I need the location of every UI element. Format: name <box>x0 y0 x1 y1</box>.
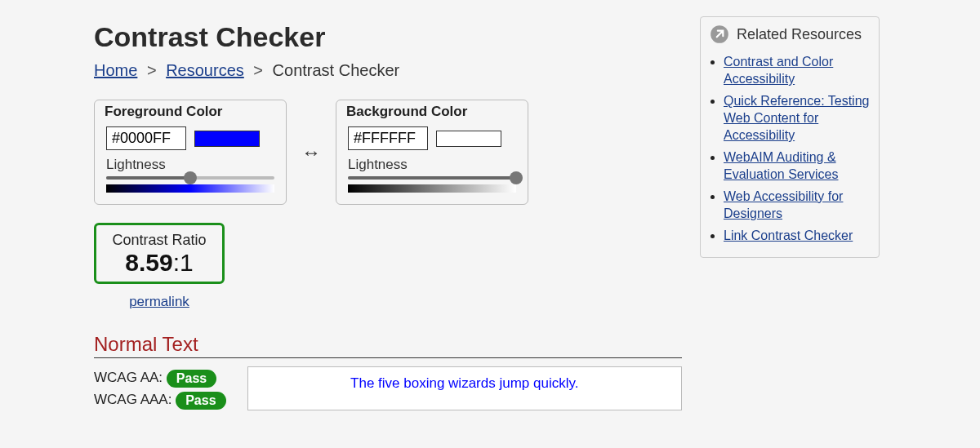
foreground-panel: Foreground Color Lightness <box>94 100 287 205</box>
background-swatch[interactable] <box>436 131 501 147</box>
swap-colors-button[interactable]: ↔ <box>301 141 321 164</box>
background-lightness-slider[interactable] <box>348 176 516 180</box>
foreground-lightness-label: Lightness <box>106 157 274 173</box>
wcag-aaa-badge: Pass <box>176 392 225 410</box>
breadcrumb-sep: > <box>253 61 263 79</box>
related-resources-panel: Related Resources Contrast and Color Acc… <box>700 16 880 258</box>
related-link[interactable]: Quick Reference: Testing Web Content for… <box>724 94 869 142</box>
contrast-ratio-box: Contrast Ratio 8.59:1 <box>94 223 225 284</box>
normal-text-sample[interactable]: The five boxing wizards jump quickly. <box>247 366 682 410</box>
background-hex-input[interactable] <box>348 126 428 150</box>
breadcrumb-home[interactable]: Home <box>94 61 137 79</box>
normal-text-heading: Normal Text <box>94 333 682 358</box>
foreground-hue-gradient[interactable] <box>106 184 274 193</box>
foreground-title: Foreground Color <box>105 104 274 120</box>
permalink-link[interactable]: permalink <box>129 294 189 310</box>
related-link[interactable]: WebAIM Auditing & Evaluation Services <box>724 150 839 181</box>
contrast-ratio-label: Contrast Ratio <box>106 232 212 249</box>
background-title: Background Color <box>346 104 516 120</box>
wcag-aa-badge: Pass <box>167 370 216 388</box>
link-icon <box>709 24 730 45</box>
background-panel: Background Color Lightness <box>336 100 528 205</box>
related-link[interactable]: Web Accessibility for Designers <box>724 189 843 220</box>
breadcrumb: Home > Resources > Contrast Checker <box>94 61 682 80</box>
wcag-aaa-label: WCAG AAA: <box>94 392 172 407</box>
related-link[interactable]: Contrast and Color Accessibility <box>724 55 833 86</box>
list-item: Web Accessibility for Designers <box>724 188 871 222</box>
breadcrumb-current: Contrast Checker <box>273 61 400 79</box>
wcag-aa-label: WCAG AA: <box>94 370 163 385</box>
page-title: Contrast Checker <box>94 21 682 53</box>
foreground-hex-input[interactable] <box>106 126 186 150</box>
foreground-swatch[interactable] <box>194 131 260 147</box>
list-item: WebAIM Auditing & Evaluation Services <box>724 149 871 183</box>
foreground-lightness-slider[interactable] <box>106 176 274 180</box>
related-title: Related Resources <box>737 26 862 43</box>
breadcrumb-resources[interactable]: Resources <box>166 61 244 79</box>
background-hue-gradient[interactable] <box>348 184 516 193</box>
breadcrumb-sep: > <box>147 61 157 79</box>
list-item: Contrast and Color Accessibility <box>724 53 871 87</box>
background-lightness-label: Lightness <box>348 157 516 173</box>
contrast-ratio-value: 8.59:1 <box>106 249 212 277</box>
related-link[interactable]: Link Contrast Checker <box>724 228 853 242</box>
list-item: Link Contrast Checker <box>724 227 871 244</box>
list-item: Quick Reference: Testing Web Content for… <box>724 92 871 144</box>
